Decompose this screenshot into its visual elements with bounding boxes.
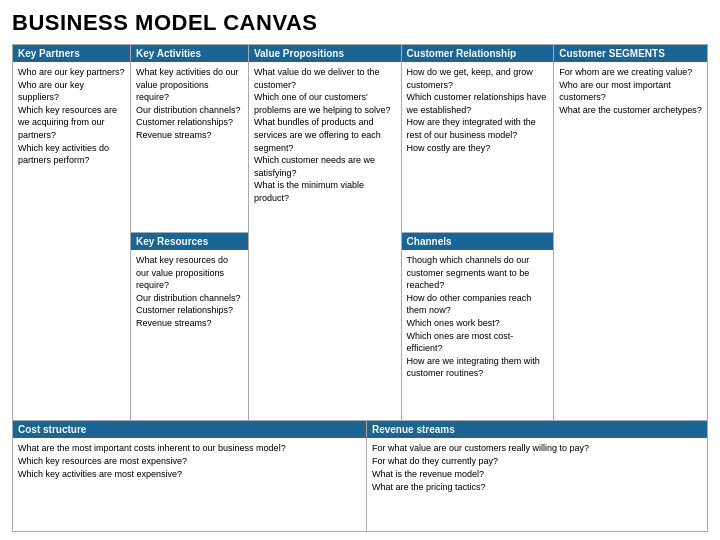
- revenue-header: Revenue streams: [367, 421, 707, 438]
- segments-header: Customer SEGMENTS: [554, 45, 707, 62]
- activities-cell: Key Activities What key activities do ou…: [131, 45, 248, 233]
- resources-cell: Key Resources What key resources do our …: [131, 233, 248, 420]
- partners-body: Who are our key partners? Who are our ke…: [13, 62, 130, 420]
- cr-header: Customer Relationship: [402, 45, 554, 62]
- value-cell: Value Propositions What value do we deli…: [249, 45, 402, 420]
- channels-cell: Channels Though which channels do our cu…: [402, 233, 554, 420]
- top-section: Key Partners Who are our key partners? W…: [13, 45, 707, 421]
- activities-header: Key Activities: [131, 45, 248, 62]
- resources-body: What key resources do our value proposit…: [131, 250, 248, 420]
- resources-header: Key Resources: [131, 233, 248, 250]
- channels-header: Channels: [402, 233, 554, 250]
- value-header: Value Propositions: [249, 45, 401, 62]
- cost-cell: Cost structure What are the most importa…: [13, 421, 367, 531]
- cr-cell: Customer Relationship How do we get, kee…: [402, 45, 554, 233]
- bottom-section: Cost structure What are the most importa…: [13, 421, 707, 531]
- segments-cell: Customer SEGMENTS For whom are we creati…: [554, 45, 707, 420]
- channels-body: Though which channels do our customer se…: [402, 250, 554, 420]
- activities-body: What key activities do our value proposi…: [131, 62, 248, 232]
- partners-cell: Key Partners Who are our key partners? W…: [13, 45, 131, 420]
- page-title: BUSINESS MODEL CANVAS: [12, 10, 708, 36]
- revenue-cell: Revenue streams For what value are our c…: [367, 421, 707, 531]
- cost-body: What are the most important costs inhere…: [13, 438, 366, 531]
- canvas: Key Partners Who are our key partners? W…: [12, 44, 708, 532]
- cost-header: Cost structure: [13, 421, 366, 438]
- partners-header: Key Partners: [13, 45, 130, 62]
- segments-body: For whom are we creating value? Who are …: [554, 62, 707, 420]
- cr-body: How do we get, keep, and grow customers?…: [402, 62, 554, 232]
- page: BUSINESS MODEL CANVAS Key Partners Who a…: [0, 0, 720, 540]
- cr-channels-col: Customer Relationship How do we get, kee…: [402, 45, 555, 420]
- revenue-body: For what value are our customers really …: [367, 438, 707, 531]
- activities-resources-col: Key Activities What key activities do ou…: [131, 45, 249, 420]
- value-body: What value do we deliver to the customer…: [249, 62, 401, 420]
